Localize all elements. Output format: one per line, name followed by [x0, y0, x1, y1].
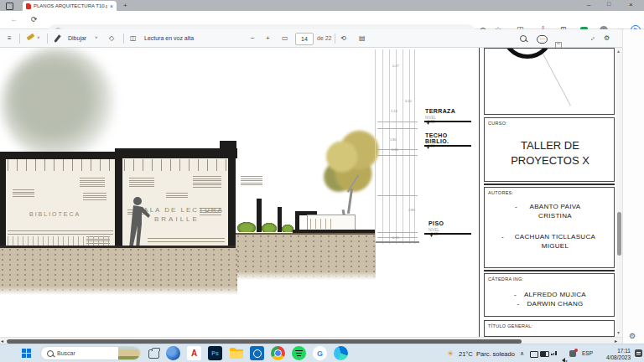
- grid-line: [389, 49, 390, 244]
- search-document-icon[interactable]: [520, 35, 527, 42]
- title-block: CURSO: TALLER DE PROYECTOS X AUTORES: - …: [479, 48, 619, 337]
- page-number-input[interactable]: 14: [295, 33, 314, 45]
- dimension: 4.10: [405, 99, 412, 103]
- catedra-label: CÁTEDRA ING:: [488, 277, 523, 282]
- curso-box: CURSO: TALLER DE PROYECTOS X: [484, 117, 615, 182]
- app-icon-file-explorer[interactable]: [229, 346, 243, 360]
- two-page-view-icon[interactable]: ◫: [130, 34, 137, 42]
- comment-icon[interactable]: ⋯: [537, 35, 548, 44]
- draw-button[interactable]: Dibujar: [68, 35, 86, 41]
- clock-date: 4/08/2023: [595, 354, 631, 361]
- language-indicator[interactable]: ESP: [582, 350, 593, 356]
- task-view-icon[interactable]: [148, 349, 159, 359]
- grid-line: [414, 49, 415, 244]
- refresh-icon[interactable]: ⟳: [31, 16, 38, 23]
- read-aloud-button[interactable]: Lectura en voz alta: [144, 35, 194, 41]
- search-placeholder: Buscar: [57, 350, 115, 356]
- app-icon-outlook[interactable]: [250, 346, 264, 360]
- back-icon[interactable]: ←: [10, 16, 18, 23]
- app-icon-autocad[interactable]: A: [187, 346, 201, 360]
- annotation-note: [129, 178, 154, 188]
- toc-icon[interactable]: ≡: [8, 34, 12, 42]
- tab-actions-icon[interactable]: [6, 3, 13, 10]
- annotation-note: [200, 208, 221, 216]
- app-icon-google[interactable]: G: [313, 346, 327, 360]
- page-layout-icon[interactable]: ▤: [359, 34, 366, 42]
- autor-item: ABANTO PAIVA CRISTINA: [525, 203, 585, 221]
- level-marker-icon: ▼: [426, 145, 430, 150]
- grid-line: [409, 49, 410, 244]
- annotation-note: [193, 176, 221, 188]
- page-total: de 22: [317, 35, 332, 41]
- ground-courtyard: [236, 233, 376, 280]
- app-icon-edge[interactable]: [334, 346, 348, 360]
- pdf-file-icon: [26, 3, 31, 9]
- draw-pen-icon[interactable]: [54, 34, 60, 42]
- grid-line: [402, 49, 403, 244]
- horizontal-scrollbar[interactable]: ◂ ▸: [0, 337, 622, 344]
- pdf-page: BIBLIOTECA SALA DE LECTURA BRAILLE: [0, 48, 622, 337]
- weather-temp[interactable]: 21°C: [459, 350, 473, 358]
- dimension: 0.15: [392, 235, 399, 240]
- start-button[interactable]: [22, 349, 31, 358]
- tray-battery-icon[interactable]: [540, 351, 549, 357]
- tray-network-icon[interactable]: [551, 351, 557, 355]
- clock-time: 17:11: [595, 348, 631, 354]
- minimize-button[interactable]: –: [587, 1, 590, 8]
- zoom-out-icon[interactable]: −: [251, 34, 255, 42]
- close-button[interactable]: ×: [629, 1, 633, 8]
- app-icon-photoshop[interactable]: Ps: [208, 346, 222, 360]
- dimension: 1.80: [390, 137, 397, 142]
- highlighter-icon[interactable]: [27, 34, 35, 40]
- scroll-down-icon: ▾: [617, 329, 620, 335]
- autores-label: AUTORES:: [488, 190, 513, 195]
- wall-left: [0, 152, 6, 249]
- titulo-label: TÍTULO GENERAL:: [488, 323, 532, 328]
- rotate-icon[interactable]: ⟲: [340, 34, 346, 42]
- taskbar-search-icon: [47, 350, 54, 357]
- catedra-item: ALFREDO MUJICA: [524, 291, 586, 298]
- dimension: 1.13: [391, 109, 397, 113]
- tray-device-icon[interactable]: [530, 351, 538, 358]
- background-tree: [2, 48, 115, 161]
- new-tab-button[interactable]: +: [123, 2, 127, 9]
- room-label-biblioteca: BIBLIOTECA: [29, 211, 80, 217]
- maximize-button[interactable]: □: [607, 1, 610, 7]
- dash: -: [501, 233, 504, 251]
- draw-chevron-icon[interactable]: ˅: [95, 35, 98, 40]
- highlighter-chevron-icon[interactable]: ˅: [37, 35, 40, 40]
- tab-strip: PLANOS ARQUITECTURA T10.pd × + – □ ×: [0, 0, 644, 11]
- tray-app-badge-icon[interactable]: [569, 350, 576, 357]
- tab-close-icon[interactable]: ×: [110, 3, 113, 9]
- weather-condition[interactable]: Parc. soleado: [476, 350, 515, 358]
- vertical-scroll-thumb[interactable]: [617, 212, 621, 256]
- dash: -: [514, 291, 517, 298]
- eraser-icon[interactable]: ◇: [109, 34, 114, 42]
- app-icon-chrome[interactable]: [271, 346, 285, 360]
- search-highlight-image[interactable]: [118, 346, 140, 360]
- sidebar-settings-gear-icon[interactable]: ⚙: [629, 332, 636, 340]
- notification-center-icon[interactable]: [635, 349, 642, 357]
- taskbar: Buscar A Ps G ☀ 21°C Parc. soleado ∧: [0, 344, 644, 362]
- small-structure: [307, 215, 356, 230]
- tray-chevron-icon[interactable]: ∧: [520, 350, 524, 357]
- pdf-toolbar: ≡ ˅ Dibujar ˅ ◇ ◫ Lectura en voz alta − …: [0, 29, 622, 48]
- room-biblioteca: BIBLIOTECA: [6, 159, 115, 248]
- catedra-item: DARWIN CHANG: [527, 300, 583, 308]
- plan-thumbnail: [484, 48, 615, 115]
- weather-sun-icon[interactable]: ☀: [447, 349, 454, 358]
- active-tab[interactable]: PLANOS ARQUITECTURA T10.pd ×: [23, 1, 117, 11]
- vertical-scrollbar[interactable]: ▴ ▾: [616, 48, 622, 337]
- dash: -: [515, 203, 517, 221]
- app-icon-globe[interactable]: [166, 346, 180, 360]
- taskbar-search[interactable]: Buscar: [40, 346, 141, 360]
- clock[interactable]: 17:11 4/08/2023: [595, 348, 631, 361]
- bush: [262, 223, 277, 232]
- fullscreen-icon[interactable]: ↔: [587, 33, 597, 43]
- pdf-settings-icon[interactable]: ⚙: [604, 34, 610, 42]
- zoom-in-icon[interactable]: +: [266, 34, 270, 42]
- horizontal-scroll-thumb[interactable]: [7, 339, 522, 344]
- fit-page-icon[interactable]: ▭: [282, 34, 288, 42]
- tray-volume-icon[interactable]: ×: [559, 351, 568, 362]
- app-icon-spotify[interactable]: [292, 346, 306, 360]
